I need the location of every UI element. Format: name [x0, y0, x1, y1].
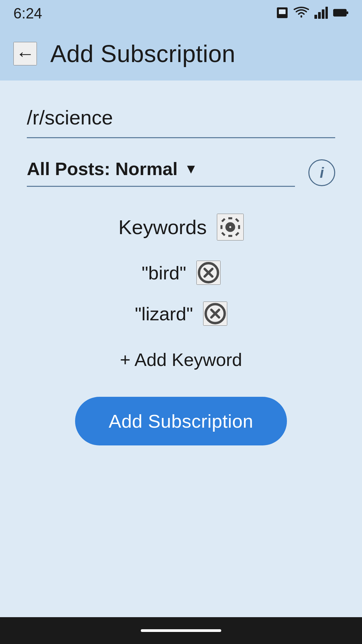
remove-keyword-lizard-button[interactable]: [203, 302, 227, 326]
keywords-header: Keywords: [118, 214, 243, 240]
remove-icon: [204, 302, 227, 325]
nav-bar: [0, 617, 362, 644]
chevron-down-icon: ▼: [184, 161, 198, 176]
filter-dropdown[interactable]: All Posts: Normal ▼: [27, 158, 295, 187]
page-title: Add Subscription: [50, 40, 235, 67]
signal-icon: [314, 7, 328, 20]
main-content: All Posts: Normal ▼ i Keywords "bird": [0, 80, 362, 466]
keyword-item: "bird": [27, 261, 335, 285]
status-icons: [276, 5, 349, 22]
back-arrow-icon: ←: [16, 44, 35, 63]
svg-rect-4: [322, 9, 324, 19]
svg-point-8: [227, 224, 233, 230]
remove-keyword-bird-button[interactable]: [196, 261, 221, 285]
battery-icon: [333, 8, 349, 18]
subreddit-input[interactable]: [27, 101, 335, 138]
svg-rect-2: [314, 15, 317, 19]
filter-row: All Posts: Normal ▼ i: [27, 158, 335, 187]
svg-rect-5: [325, 7, 328, 19]
info-button[interactable]: i: [308, 159, 335, 186]
gear-icon: [219, 215, 242, 239]
remove-icon: [197, 261, 220, 284]
keywords-title: Keywords: [118, 216, 206, 239]
info-icon: i: [320, 164, 324, 181]
home-indicator: [141, 629, 221, 632]
keywords-section: Keywords "bird" "lizard": [27, 214, 335, 397]
svg-rect-1: [279, 9, 286, 14]
keyword-item: "lizard": [27, 302, 335, 326]
subreddit-field: [27, 101, 335, 138]
add-keyword-button[interactable]: + Add Keyword: [120, 349, 242, 370]
add-subscription-button[interactable]: Add Subscription: [75, 397, 287, 445]
app-bar: ← Add Subscription: [0, 27, 362, 80]
status-bar: 6:24: [0, 0, 362, 27]
back-button[interactable]: ←: [13, 42, 37, 65]
sim-icon: [276, 5, 288, 22]
status-time: 6:24: [13, 5, 42, 22]
svg-rect-7: [347, 11, 348, 14]
svg-rect-3: [318, 12, 321, 19]
keyword-text: "lizard": [135, 303, 193, 325]
filter-label: All Posts: Normal: [27, 158, 178, 179]
keyword-text: "bird": [141, 262, 186, 284]
svg-rect-6: [334, 9, 346, 16]
wifi-icon: [294, 7, 309, 20]
keywords-settings-button[interactable]: [217, 214, 244, 240]
